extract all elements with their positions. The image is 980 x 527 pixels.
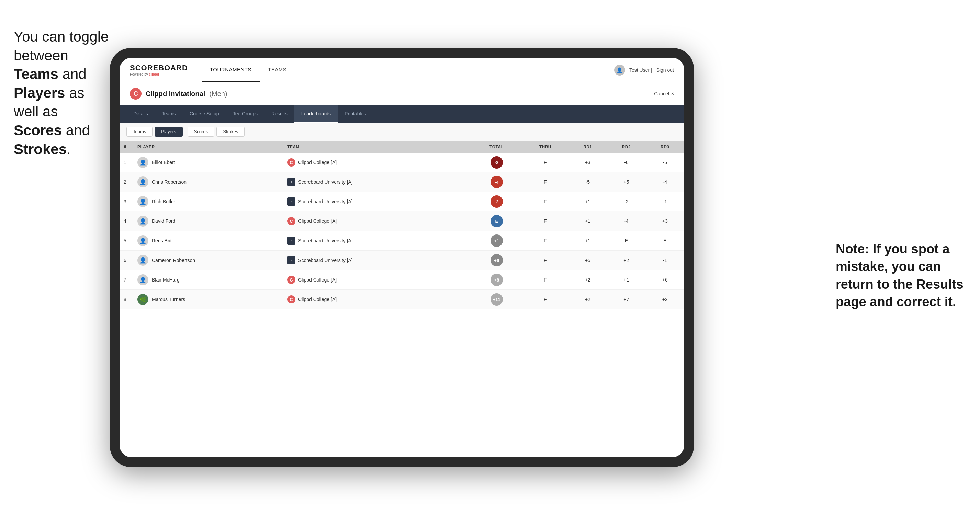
col-total: TOTAL	[471, 141, 522, 153]
total-cell: -8	[471, 153, 522, 172]
score-badge: +11	[490, 293, 503, 306]
table-row: 1 👤 Elliot Ebert C Clippd College [A]	[119, 153, 684, 172]
thru-cell: F	[522, 251, 568, 270]
col-team: TEAM	[283, 141, 451, 153]
team-cell: C Clippd College [A]	[283, 211, 451, 231]
player-name: Blair McHarg	[152, 277, 180, 283]
subnav-leaderboards[interactable]: Leaderboards	[294, 105, 338, 122]
table-row: 7 👤 Blair McHarg C Clippd College [A]	[119, 270, 684, 290]
col-thru: THRU	[522, 141, 568, 153]
logo-subtitle: Powered by clippd	[130, 73, 188, 76]
team-cell: ≡ Scoreboard University [A]	[283, 231, 451, 251]
total-cell: +6	[471, 251, 522, 270]
spacer-cell	[451, 290, 471, 310]
col-spacer	[451, 141, 471, 153]
rd2-cell: -6	[607, 153, 646, 172]
thru-cell: F	[522, 231, 568, 251]
tablet-device: SCOREBOARD Powered by clippd TOURNAMENTS…	[110, 48, 694, 467]
player-avatar: 🌿	[137, 294, 148, 305]
col-rank: #	[119, 141, 133, 153]
col-rd3: RD3	[646, 141, 684, 153]
strokes-bold: Strokes	[14, 141, 67, 157]
team-logo: ≡	[287, 237, 296, 245]
team-logo: C	[287, 158, 296, 167]
player-name: Elliot Ebert	[152, 160, 175, 165]
subnav-tee-groups[interactable]: Tee Groups	[226, 105, 264, 122]
thru-cell: F	[522, 153, 568, 172]
rank-cell: 3	[119, 192, 133, 211]
nav-links: TOURNAMENTS TEAMS	[202, 58, 614, 83]
table-row: 8 🌿 Marcus Turners C Clippd College [A]	[119, 290, 684, 310]
tournament-gender: (Men)	[209, 90, 227, 98]
spacer-cell	[451, 231, 471, 251]
total-cell: -4	[471, 172, 522, 192]
rank-cell: 7	[119, 270, 133, 290]
logo-title: SCOREBOARD	[130, 63, 188, 73]
col-rd1: RD1	[568, 141, 607, 153]
player-name: Rees Britt	[152, 238, 173, 243]
thru-cell: F	[522, 270, 568, 290]
subnav-teams[interactable]: Teams	[155, 105, 183, 122]
table-row: 6 👤 Cameron Robertson ≡ Scoreboard Unive…	[119, 251, 684, 270]
team-name: Clippd College [A]	[298, 218, 337, 224]
player-cell: 👤 Blair McHarg	[133, 270, 283, 290]
toggle-players-button[interactable]: Players	[154, 127, 182, 137]
player-name: David Ford	[152, 218, 175, 224]
rank-cell: 4	[119, 211, 133, 231]
rank-cell: 8	[119, 290, 133, 310]
sign-out-link[interactable]: Sign out	[656, 67, 674, 73]
table-row: 5 👤 Rees Britt ≡ Scoreboard University […	[119, 231, 684, 251]
spacer-cell	[451, 270, 471, 290]
player-cell: 👤 David Ford	[133, 211, 283, 231]
toggle-bar: Teams Players Scores Strokes	[119, 122, 684, 141]
user-avatar-icon: 👤	[614, 65, 625, 76]
total-cell: +8	[471, 270, 522, 290]
left-annotation: You can toggle between Teams and Players…	[14, 27, 110, 159]
col-player: PLAYER	[133, 141, 283, 153]
rd1-cell: +5	[568, 251, 607, 270]
player-avatar: 👤	[137, 176, 148, 187]
spacer-cell	[451, 192, 471, 211]
tablet-screen: SCOREBOARD Powered by clippd TOURNAMENTS…	[119, 58, 684, 457]
subnav-details[interactable]: Details	[126, 105, 155, 122]
team-logo: ≡	[287, 197, 296, 206]
toggle-strokes-button[interactable]: Strokes	[216, 127, 245, 137]
player-avatar: 👤	[137, 274, 148, 285]
nav-tournaments[interactable]: TOURNAMENTS	[202, 58, 260, 83]
rd3-cell: -1	[646, 192, 684, 211]
player-name: Cameron Robertson	[152, 257, 195, 263]
player-avatar: 👤	[137, 235, 148, 246]
nav-teams[interactable]: TEAMS	[260, 58, 295, 83]
rank-cell: 6	[119, 251, 133, 270]
subnav-printables[interactable]: Printables	[338, 105, 373, 122]
user-label: Test User |	[629, 67, 652, 73]
team-logo: ≡	[287, 256, 296, 264]
total-cell: -2	[471, 192, 522, 211]
rd1-cell: +1	[568, 231, 607, 251]
rd1-cell: +3	[568, 153, 607, 172]
player-cell: 👤 Elliot Ebert	[133, 153, 283, 172]
team-cell: ≡ Scoreboard University [A]	[283, 251, 451, 270]
team-logo: C	[287, 295, 296, 303]
subnav-results[interactable]: Results	[264, 105, 294, 122]
subnav-course-setup[interactable]: Course Setup	[183, 105, 226, 122]
team-cell: ≡ Scoreboard University [A]	[283, 172, 451, 192]
player-avatar: 👤	[137, 157, 148, 168]
rd2-cell: E	[607, 231, 646, 251]
sub-navigation: Details Teams Course Setup Tee Groups Re…	[119, 105, 684, 122]
score-badge: -4	[490, 176, 503, 188]
scores-bold: Scores	[14, 122, 62, 138]
toggle-teams-button[interactable]: Teams	[126, 127, 153, 137]
cancel-button[interactable]: Cancel ×	[654, 91, 674, 97]
note-bold: Note: If you spot a mistake, you can ret…	[836, 242, 964, 309]
table-body: 1 👤 Elliot Ebert C Clippd College [A]	[119, 153, 684, 310]
spacer-cell	[451, 251, 471, 270]
rd1-cell: +1	[568, 211, 607, 231]
rd3-cell: +6	[646, 270, 684, 290]
team-cell: C Clippd College [A]	[283, 290, 451, 310]
score-badge: E	[490, 215, 503, 227]
rd3-cell: -4	[646, 172, 684, 192]
toggle-scores-button[interactable]: Scores	[188, 127, 214, 137]
player-cell: 👤 Rich Butler	[133, 192, 283, 211]
spacer-cell	[451, 211, 471, 231]
